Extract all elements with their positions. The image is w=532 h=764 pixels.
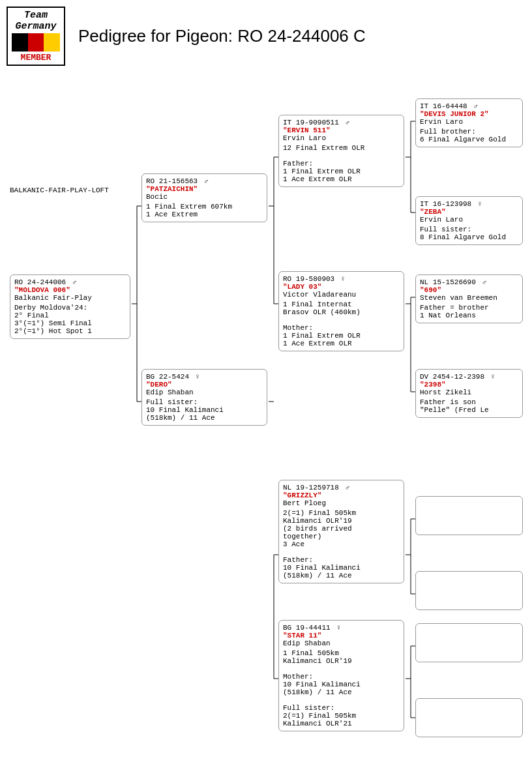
ff-id: IT 19-9090511 ♂ [283, 119, 400, 126]
fmf-name: "690" [420, 286, 518, 294]
main-pigeon-name: "MOLDOVA 006" [14, 286, 126, 294]
fmm-id: DV 2454-12-2398 ♀ [420, 373, 518, 381]
loft-label: BALKANIC-FAIR-PLAY-LOFT [10, 186, 109, 194]
mm-owner: Edip Shaban [283, 639, 400, 647]
fmf-owner: Steven van Breemen [420, 294, 518, 302]
flag-black [12, 33, 28, 51]
fmf-info: Father = brother 1 Nat Orleans [420, 304, 518, 319]
team-badge: Team Germany MEMBER [7, 7, 65, 66]
ff-info: 12 Final Extrem OLR Father: 1 Final Extr… [283, 144, 400, 183]
ff-name: "ERVIN 511" [283, 126, 400, 134]
ff-pigeon: IT 19-9090511 ♂ "ERVIN 511" Ervin Laro 1… [278, 115, 404, 187]
mff-pigeon [415, 496, 523, 535]
fff-id: IT 16-64448 ♂ [420, 102, 518, 110]
fm-name: "LADY 03" [283, 283, 400, 291]
mmm-pigeon [415, 698, 523, 737]
father-id: RO 21-156563 ♂ [146, 177, 263, 185]
team-flag [12, 33, 60, 51]
main-pigeon: RO 24-244006 ♂ "MOLDOVA 006" Balkanic Fa… [10, 274, 130, 339]
father-owner: Bocic [146, 193, 263, 201]
fmm-owner: Horst Zikeli [420, 389, 518, 396]
team-member-label: MEMBER [12, 53, 60, 63]
mm-info: 1 Final 505km Kalimanci OLR'19 Mother: 1… [283, 649, 400, 727]
mother-id: BG 22-5424 ♀ [146, 373, 263, 381]
flag-red [28, 33, 44, 51]
ffm-owner: Ervin Laro [420, 216, 518, 224]
mother-info: Full sister: 10 Final Kalimanci (518km) … [146, 398, 263, 422]
mother-pigeon: BG 22-5424 ♀ "DERO" Edip Shaban Full sis… [141, 369, 267, 426]
fm-owner: Victor Vladareanu [283, 291, 400, 299]
father-name: "PATZAICHIN" [146, 185, 263, 193]
mmf-pigeon [415, 623, 523, 662]
fmf-id: NL 15-1526690 ♂ [420, 278, 518, 286]
fm-id: RO 19-580903 ♀ [283, 275, 400, 283]
fff-info: Full brother: 6 Final Algarve Gold [420, 128, 518, 143]
ffm-pigeon: IT 16-123998 ♀ "ZEBA" Ervin Laro Full si… [415, 196, 523, 245]
mf-pigeon: NL 19-1259718 ♂ "GRIZZLY" Bert Ploeg 2(=… [278, 480, 404, 583]
mf-owner: Bert Ploeg [283, 499, 400, 507]
main-pigeon-owner: Balkanic Fair-Play [14, 294, 126, 302]
fmm-pigeon: DV 2454-12-2398 ♀ "2398" Horst Zikeli Fa… [415, 369, 523, 418]
fmm-name: "2398" [420, 381, 518, 389]
fm-info: 1 Final Internat Brasov OLR (460km) Moth… [283, 301, 400, 347]
team-name: Team Germany [12, 10, 60, 32]
page-header: Team Germany MEMBER Pedigree for Pigeon:… [7, 7, 525, 66]
mfm-pigeon [415, 571, 523, 610]
mf-id: NL 19-1259718 ♂ [283, 484, 400, 492]
main-pigeon-info: Derby Moldova'24: 2° Final 3°(=1°) Semi … [14, 304, 126, 335]
mf-name: "GRIZZLY" [283, 492, 400, 499]
fm-pigeon: RO 19-580903 ♀ "LADY 03" Victor Vladarea… [278, 271, 404, 351]
fff-owner: Ervin Laro [420, 118, 518, 126]
fmm-info: Father is son "Pelle" (Fred Le [420, 398, 518, 414]
mm-name: "STAR 11" [283, 632, 400, 639]
ffm-id: IT 16-123998 ♀ [420, 200, 518, 208]
father-pigeon: RO 21-156563 ♂ "PATZAICHIN" Bocic 1 Fina… [141, 173, 267, 222]
fmf-pigeon: NL 15-1526690 ♂ "690" Steven van Breemen… [415, 274, 523, 323]
mm-pigeon: BG 19-44411 ♀ "STAR 11" Edip Shaban 1 Fi… [278, 620, 404, 731]
ffm-name: "ZEBA" [420, 208, 518, 216]
mother-owner: Edip Shaban [146, 389, 263, 396]
flag-gold [44, 33, 60, 51]
mother-name: "DERO" [146, 381, 263, 389]
ff-owner: Ervin Laro [283, 134, 400, 142]
mm-id: BG 19-44411 ♀ [283, 624, 400, 632]
mf-info: 2(=1) Final 505km Kalimanci OLR'19 (2 bi… [283, 509, 400, 580]
fff-name: "DEVIS JUNIOR 2" [420, 110, 518, 118]
fff-pigeon: IT 16-64448 ♂ "DEVIS JUNIOR 2" Ervin Lar… [415, 98, 523, 147]
page-title: Pedigree for Pigeon: RO 24-244006 C [78, 26, 366, 46]
pedigree-area: BALKANIC-FAIR-PLAY-LOFT RO 24-244006 ♂ "… [7, 72, 532, 763]
ffm-info: Full sister: 8 Final Algarve Gold [420, 226, 518, 241]
father-info: 1 Final Extrem 607km 1 Ace Extrem [146, 203, 263, 218]
main-pigeon-id: RO 24-244006 ♂ [14, 278, 126, 286]
